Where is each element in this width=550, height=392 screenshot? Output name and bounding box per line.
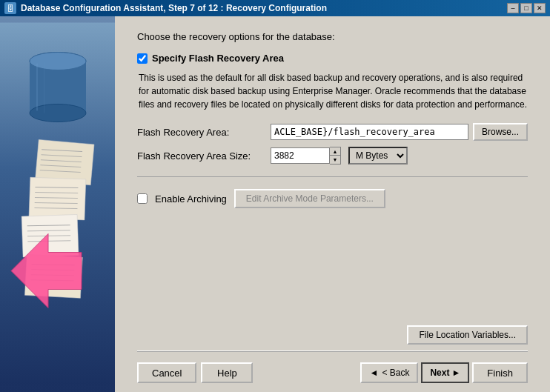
- left-panel: [0, 16, 115, 392]
- file-location-button[interactable]: File Location Variables...: [407, 325, 528, 345]
- content-area: Choose the recovery options for the data…: [115, 16, 550, 319]
- archive-checkbox[interactable]: [137, 193, 148, 204]
- close-button[interactable]: ✕: [534, 3, 546, 13]
- spinner-up-button[interactable]: ▲: [330, 147, 340, 156]
- back-arrow-icon: ◄: [369, 368, 378, 378]
- flash-area-label: Flash Recovery Area:: [137, 127, 271, 138]
- edit-archive-button[interactable]: Edit Archive Mode Parameters...: [234, 189, 385, 208]
- back-button[interactable]: ◄ < Back: [360, 362, 418, 383]
- minimize-button[interactable]: –: [507, 3, 519, 13]
- browse-button[interactable]: Browse...: [473, 123, 528, 141]
- finish-button[interactable]: Finish: [472, 362, 528, 383]
- section-divider: [137, 176, 528, 177]
- unit-select[interactable]: M Bytes G Bytes: [348, 147, 408, 165]
- next-arrow-icon: ►: [451, 368, 460, 378]
- help-button[interactable]: Help: [201, 362, 253, 383]
- flash-size-label: Flash Recovery Area Size:: [137, 150, 271, 162]
- flash-area-row: Flash Recovery Area: Browse...: [137, 123, 528, 141]
- flash-area-input[interactable]: [271, 124, 468, 140]
- flash-recovery-checkbox-row: Specify Flash Recovery Area: [137, 53, 528, 64]
- title-bar: 🗄 Database Configuration Assistant, Step…: [0, 0, 550, 16]
- left-buttons: Cancel Help: [137, 362, 253, 383]
- svg-rect-13: [29, 177, 86, 220]
- window-title: Database Configuration Assistant, Step 7…: [21, 3, 327, 13]
- window-controls: – □ ✕: [507, 3, 546, 13]
- size-spinner: ▲ ▼: [271, 147, 341, 165]
- main-container: Choose the recovery options for the data…: [0, 16, 550, 392]
- back-label: < Back: [382, 368, 409, 378]
- button-row: Cancel Help ◄ < Back Next ► Finish: [137, 358, 528, 386]
- svg-point-4: [30, 53, 86, 70]
- separator-line: [137, 351, 528, 352]
- spinner-controls: ▲ ▼: [330, 147, 341, 165]
- instruction-text: Choose the recovery options for the data…: [137, 31, 528, 42]
- svg-point-3: [30, 104, 86, 122]
- bottom-area: File Location Variables... Cancel Help ◄…: [115, 319, 550, 392]
- file-location-row: File Location Variables...: [137, 325, 528, 345]
- flash-recovery-checkbox[interactable]: [137, 53, 148, 64]
- spinner-down-button[interactable]: ▼: [330, 156, 340, 164]
- next-label: Next: [430, 368, 449, 378]
- maximize-button[interactable]: □: [520, 3, 532, 13]
- archive-row: Enable Archiving Edit Archive Mode Param…: [137, 189, 528, 208]
- flash-recovery-description: This is used as the default for all disk…: [137, 71, 528, 111]
- next-button[interactable]: Next ►: [421, 362, 469, 383]
- right-buttons: ◄ < Back Next ► Finish: [360, 362, 528, 383]
- app-icon: 🗄: [4, 2, 16, 14]
- flash-recovery-label[interactable]: Specify Flash Recovery Area: [152, 53, 284, 64]
- cancel-button[interactable]: Cancel: [137, 362, 196, 383]
- size-input[interactable]: [271, 147, 330, 164]
- flash-recovery-section: Specify Flash Recovery Area This is used…: [137, 53, 528, 165]
- archive-label[interactable]: Enable Archiving: [155, 193, 227, 205]
- flash-size-row: Flash Recovery Area Size: ▲ ▼ M Bytes G …: [137, 147, 528, 165]
- right-panel: Choose the recovery options for the data…: [115, 16, 550, 392]
